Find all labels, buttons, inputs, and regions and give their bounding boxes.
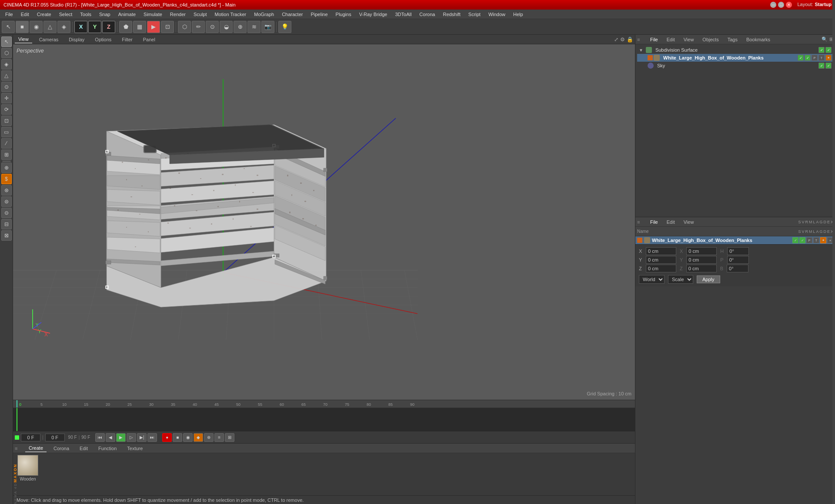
mesh-ctrl-vis[interactable]: ✓ [798, 55, 804, 61]
tool-knife[interactable]: ∕ [1, 138, 12, 149]
vtab-filter[interactable]: Filter [118, 36, 136, 43]
obj-tab-objects[interactable]: Objects [700, 36, 721, 43]
toolbar-polygons[interactable]: ◈ [57, 21, 70, 33]
toolbar-render-region[interactable]: ▦ [133, 21, 146, 33]
menu-corona[interactable]: Corona [416, 11, 438, 18]
menu-simulate[interactable]: Simulate [140, 11, 166, 18]
btab-function[interactable]: Function [95, 445, 120, 452]
menu-script[interactable]: Script [465, 11, 484, 18]
menu-sculpt[interactable]: Sculpt [190, 11, 210, 18]
current-frame-input[interactable] [21, 434, 40, 441]
toolbar-xaxis[interactable]: X [74, 21, 87, 33]
menu-select[interactable]: Select [56, 11, 76, 18]
sky-ctrl-rend[interactable]: ✓ [825, 63, 832, 69]
z-rot-input[interactable] [686, 265, 717, 272]
obj-item-sky[interactable]: Sky ✓ ✓ [637, 62, 833, 70]
tool-snap[interactable]: ⊕ [1, 162, 12, 173]
mesh-ctrl-phong[interactable]: P [812, 55, 818, 61]
vtab-display[interactable]: Display [65, 36, 88, 43]
play-button[interactable]: ▶ [116, 433, 126, 442]
vtab-options[interactable]: Options [91, 36, 115, 43]
sky-ctrl-vis[interactable]: ✓ [818, 63, 825, 69]
tool-s4[interactable]: ⊜ [1, 196, 12, 207]
obj-tab-edit[interactable]: Edit [664, 36, 678, 43]
apply-button[interactable]: Apply [697, 275, 720, 283]
btab-edit[interactable]: Edit [76, 445, 91, 452]
menu-edit[interactable]: Edit [17, 11, 33, 18]
scale-dropdown[interactable]: Scale [668, 275, 693, 284]
tool-s2[interactable]: $ [1, 174, 12, 184]
viewport[interactable]: Y X [13, 44, 635, 400]
toolbar-camera[interactable]: 📷 [261, 21, 274, 33]
menu-file[interactable]: File [2, 11, 17, 18]
obj-item-subdivision[interactable]: ▼ Subdivision Surface ✓ ✓ [637, 46, 833, 54]
mesh-ctrl-mat[interactable]: T [818, 55, 825, 61]
toolbar-move[interactable]: ↖ [2, 21, 15, 33]
btab-create[interactable]: Create [25, 444, 47, 452]
stop-button[interactable]: ■ [173, 433, 182, 442]
tool-move[interactable]: ✛ [1, 93, 12, 103]
toolbar-spline[interactable]: ◒ [220, 21, 233, 33]
vtab-panel[interactable]: Panel [140, 36, 159, 43]
menu-pipeline[interactable]: Pipeline [307, 11, 331, 18]
maximize-button[interactable]: □ [778, 2, 784, 8]
attr-ctrl-4[interactable]: T [813, 237, 819, 243]
timeline-track[interactable] [13, 408, 635, 431]
attr-selected-row[interactable]: White_Large_High_Box_of_Wooden_Planks ✓ … [635, 236, 835, 244]
toolbar-cube[interactable]: ⬡ [178, 21, 191, 33]
toolbar-hair[interactable]: ≋ [247, 21, 261, 33]
x-rot-input[interactable] [686, 247, 717, 255]
toolbar-edges[interactable]: △ [43, 21, 57, 33]
viewport-settings[interactable]: ⚙ [620, 36, 625, 43]
vtab-cameras[interactable]: Cameras [36, 36, 62, 43]
attr-tab-edit[interactable]: Edit [664, 219, 678, 225]
next-frame-button[interactable]: ▶| [137, 433, 147, 442]
goto-end-button[interactable]: ⏭ [147, 433, 157, 442]
attr-ctrl-1[interactable]: ✓ [792, 237, 798, 243]
tool-model[interactable]: ⬡ [1, 48, 12, 58]
tool-extrude[interactable]: ⊞ [1, 149, 12, 160]
toolbar-model[interactable]: ■ [16, 21, 29, 33]
menu-vray[interactable]: V-Ray Bridge [356, 11, 391, 18]
tool-edge[interactable]: △ [1, 70, 12, 81]
title-bar-right[interactable]: ─ □ ✕ Layout: Startup [770, 2, 832, 8]
menu-window[interactable]: Window [485, 11, 509, 18]
z-size-input[interactable] [727, 265, 748, 272]
menu-render[interactable]: Render [167, 11, 189, 18]
z-pos-input[interactable] [646, 265, 676, 272]
play-forward-button[interactable]: ▷ [127, 433, 136, 442]
tool-point[interactable]: ⊙ [1, 82, 12, 92]
y-rot-input[interactable] [686, 256, 717, 264]
menu-mograph[interactable]: MoGraph [250, 11, 277, 18]
menu-motion-tracker[interactable]: Motion Tracker [211, 11, 250, 18]
toolbar-yaxis[interactable]: Y [88, 21, 101, 33]
layers-btn[interactable]: ≡ [214, 433, 224, 442]
tool-s5[interactable]: ⊝ [1, 208, 12, 218]
objects-search-icon[interactable]: 🔍 [822, 36, 828, 42]
menu-redshift[interactable]: Redshift [439, 11, 464, 18]
keyframe-btn[interactable]: ◆ [194, 433, 203, 442]
tool-rotate[interactable]: ⟳ [1, 104, 12, 115]
attr-tab-view[interactable]: View [681, 219, 697, 225]
viewport-lock[interactable]: 🔒 [627, 36, 633, 43]
attr-ctrl-3[interactable]: P [806, 237, 812, 243]
minimize-button[interactable]: ─ [770, 2, 776, 8]
menu-character[interactable]: Character [278, 11, 306, 18]
frame-offset-input[interactable] [45, 434, 65, 441]
ctrl-render-visible[interactable]: ✓ [825, 47, 832, 53]
obj-tab-view[interactable]: View [681, 36, 697, 43]
viewport-maximize[interactable]: ⤢ [614, 36, 618, 43]
attr-ctrl-2[interactable]: ✓ [799, 237, 805, 243]
tool-box-select[interactable]: ▭ [1, 127, 12, 137]
toolbar-zaxis[interactable]: Z [102, 21, 115, 33]
tool-s7[interactable]: ⊠ [1, 230, 12, 241]
toolbar-render[interactable]: ▶ [147, 21, 160, 33]
obj-tab-tags[interactable]: Tags [725, 36, 740, 43]
y-size-input[interactable] [727, 256, 749, 264]
close-button[interactable]: ✕ [786, 2, 792, 8]
tool-poly[interactable]: ◈ [1, 59, 12, 70]
world-dropdown[interactable]: World [639, 275, 665, 284]
btab-texture[interactable]: Texture [124, 445, 146, 452]
obj-tab-bookmarks[interactable]: Bookmarks [744, 36, 773, 43]
motion-clip-btn[interactable]: ◉ [183, 433, 193, 442]
